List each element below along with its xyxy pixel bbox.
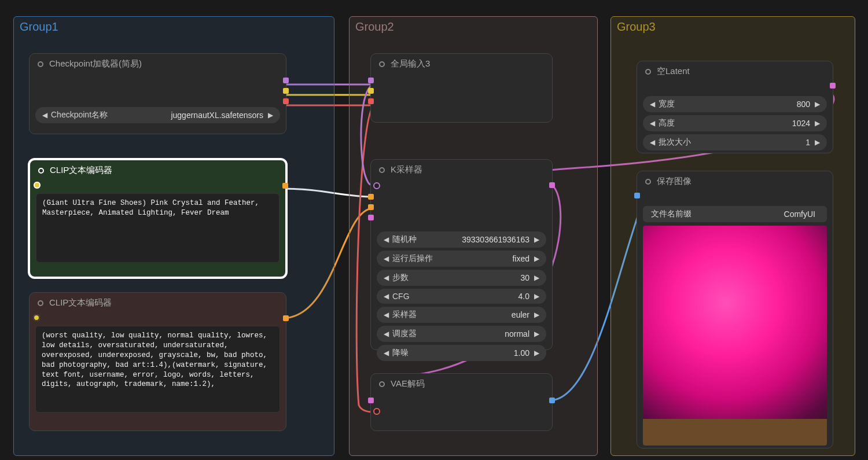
node-header[interactable]: Checkpoint加载器(简易) xyxy=(30,54,286,74)
node-vae-decode[interactable]: VAE解码 xyxy=(370,373,553,431)
denoise-widget[interactable]: ◀降噪1.00▶ xyxy=(377,345,546,361)
collapse-dot-icon[interactable] xyxy=(38,168,44,174)
input-port-clip[interactable] xyxy=(33,314,40,321)
cfg-widget[interactable]: ◀CFG4.0▶ xyxy=(377,289,546,304)
node-header[interactable]: K采样器 xyxy=(371,160,552,180)
output-port-conditioning[interactable] xyxy=(282,183,288,189)
prompt-textarea[interactable]: (Giant Ultra Fine Shoes) Pink Crystal an… xyxy=(36,193,279,263)
node-header[interactable]: CLIP文本编码器 xyxy=(30,293,286,313)
batch-widget[interactable]: ◀批次大小1▶ xyxy=(643,134,827,150)
widget-value: 1 xyxy=(694,138,815,147)
filename-prefix-widget[interactable]: 文件名前缀 ComfyUI xyxy=(643,206,827,222)
scheduler-widget[interactable]: ◀调度器normal▶ xyxy=(377,326,546,342)
node-clip-text-encode-negative[interactable]: CLIP文本编码器 (worst quality, low quality, n… xyxy=(29,292,286,431)
input-port-latent[interactable] xyxy=(368,215,374,220)
node-header[interactable]: 全局输入3 xyxy=(371,54,552,74)
node-empty-latent[interactable]: 空Latent ◀宽度800▶ ◀高度1024▶ ◀批次大小1▶ xyxy=(637,61,833,153)
steps-widget[interactable]: ◀步数30▶ xyxy=(377,270,546,286)
arrow-left-icon[interactable]: ◀ xyxy=(384,255,389,263)
widget-value: 393303661936163 xyxy=(420,235,534,244)
input-port-model[interactable] xyxy=(368,78,374,83)
arrow-right-icon[interactable]: ▶ xyxy=(534,311,539,319)
negative-prompt-textarea[interactable]: (worst quality, low quality, normal qual… xyxy=(35,326,280,413)
input-port-vae[interactable] xyxy=(373,408,380,415)
height-widget[interactable]: ◀高度1024▶ xyxy=(643,115,827,131)
node-ksampler[interactable]: K采样器 ◀随机种393303661936163▶ ◀运行后操作fixed▶ ◀… xyxy=(370,159,553,350)
node-global-input[interactable]: 全局输入3 xyxy=(370,53,553,123)
widget-value: ComfyUI xyxy=(695,209,820,219)
output-port-model[interactable] xyxy=(283,78,289,83)
output-image-preview[interactable] xyxy=(643,226,827,446)
node-save-image[interactable]: 保存图像 文件名前缀 ComfyUI xyxy=(637,171,833,448)
widget-label: 运行后操作 xyxy=(389,253,436,264)
node-checkpoint-loader[interactable]: Checkpoint加载器(简易) ◀ Checkpoint名称 juggern… xyxy=(29,53,286,134)
input-port-clip[interactable] xyxy=(368,88,374,94)
sampler-widget[interactable]: ◀采样器euler▶ xyxy=(377,307,546,323)
output-port-latent[interactable] xyxy=(830,83,836,89)
seed-widget[interactable]: ◀随机种393303661936163▶ xyxy=(377,231,546,248)
arrow-right-icon[interactable]: ▶ xyxy=(815,138,820,146)
arrow-right-icon[interactable]: ▶ xyxy=(268,111,273,119)
checkpoint-name-widget[interactable]: ◀ Checkpoint名称 juggernautXL.safetensors … xyxy=(35,107,280,123)
arrow-right-icon[interactable]: ▶ xyxy=(815,100,820,108)
input-port-model[interactable] xyxy=(373,182,380,189)
input-port-images[interactable] xyxy=(634,193,640,198)
width-widget[interactable]: ◀宽度800▶ xyxy=(643,96,827,112)
arrow-right-icon[interactable]: ▶ xyxy=(534,255,539,263)
arrow-left-icon[interactable]: ◀ xyxy=(384,311,389,319)
arrow-left-icon[interactable]: ◀ xyxy=(42,111,47,119)
widget-label: 随机种 xyxy=(389,234,420,245)
widget-value: 800 xyxy=(678,100,815,109)
arrow-right-icon[interactable]: ▶ xyxy=(534,292,539,300)
widget-value: 4.0 xyxy=(413,292,534,301)
node-title: CLIP文本编码器 xyxy=(49,297,112,308)
output-port-image[interactable] xyxy=(549,398,555,403)
after-generate-widget[interactable]: ◀运行后操作fixed▶ xyxy=(377,251,546,267)
collapse-dot-icon[interactable] xyxy=(645,69,651,75)
widget-label: CFG xyxy=(389,292,413,301)
arrow-left-icon[interactable]: ◀ xyxy=(384,349,389,357)
arrow-left-icon[interactable]: ◀ xyxy=(384,292,389,300)
input-port-clip[interactable] xyxy=(34,182,41,189)
widget-label: 批次大小 xyxy=(655,137,694,148)
arrow-right-icon[interactable]: ▶ xyxy=(534,349,539,357)
node-title: K采样器 xyxy=(391,164,422,175)
arrow-right-icon[interactable]: ▶ xyxy=(815,119,820,127)
widget-label: 调度器 xyxy=(389,329,420,339)
collapse-dot-icon[interactable] xyxy=(379,61,385,67)
node-header[interactable]: 保存图像 xyxy=(637,171,833,192)
arrow-right-icon[interactable]: ▶ xyxy=(534,330,539,338)
input-port-samples[interactable] xyxy=(368,398,374,403)
arrow-left-icon[interactable]: ◀ xyxy=(650,119,655,127)
group-2-title: Group2 xyxy=(355,20,394,34)
node-header[interactable]: 空Latent xyxy=(637,61,833,82)
arrow-left-icon[interactable]: ◀ xyxy=(384,330,389,338)
collapse-dot-icon[interactable] xyxy=(379,381,385,387)
arrow-right-icon[interactable]: ▶ xyxy=(534,235,539,244)
input-port-vae[interactable] xyxy=(368,98,374,104)
widget-value: juggernautXL.safetensors xyxy=(111,111,268,120)
collapse-dot-icon[interactable] xyxy=(379,167,385,173)
output-port-clip[interactable] xyxy=(283,88,289,94)
widget-label: 文件名前缀 xyxy=(650,209,695,219)
collapse-dot-icon[interactable] xyxy=(38,61,43,67)
arrow-left-icon[interactable]: ◀ xyxy=(384,235,389,244)
arrow-left-icon[interactable]: ◀ xyxy=(384,274,389,282)
arrow-right-icon[interactable]: ▶ xyxy=(534,274,539,282)
node-title: CLIP文本编码器 xyxy=(50,165,112,176)
collapse-dot-icon[interactable] xyxy=(645,179,651,185)
node-header[interactable]: VAE解码 xyxy=(371,374,552,394)
node-clip-text-encode-positive[interactable]: CLIP文本编码器 (Giant Ultra Fine Shoes) Pink … xyxy=(29,159,286,278)
node-header[interactable]: CLIP文本编码器 xyxy=(30,160,285,181)
widget-label: 步数 xyxy=(389,273,412,283)
output-port-conditioning[interactable] xyxy=(283,315,289,321)
arrow-left-icon[interactable]: ◀ xyxy=(650,100,655,108)
output-port-vae[interactable] xyxy=(283,98,289,104)
input-port-negative[interactable] xyxy=(368,204,374,210)
node-title: VAE解码 xyxy=(391,378,425,389)
input-port-positive[interactable] xyxy=(368,194,374,200)
output-port-latent[interactable] xyxy=(549,182,555,188)
collapse-dot-icon[interactable] xyxy=(38,300,43,306)
arrow-left-icon[interactable]: ◀ xyxy=(650,138,655,146)
widget-value: euler xyxy=(420,310,534,319)
